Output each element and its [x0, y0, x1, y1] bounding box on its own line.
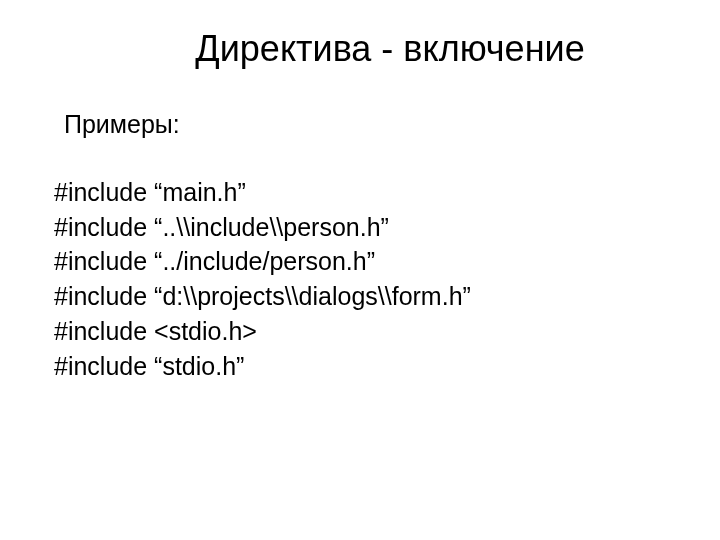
slide-content: Примеры: #include “main.h” #include “..\…	[54, 108, 666, 383]
code-line: #include “stdio.h”	[54, 350, 666, 384]
slide: Директива - включение Примеры: #include …	[0, 0, 720, 540]
code-line: #include “../include/person.h”	[54, 245, 666, 279]
slide-title: Директива - включение	[114, 28, 666, 70]
code-line: #include “..\\include\\person.h”	[54, 211, 666, 245]
code-line: #include “d:\\projects\\dialogs\\form.h”	[54, 280, 666, 314]
subheading: Примеры:	[54, 108, 666, 142]
code-line: #include <stdio.h>	[54, 315, 666, 349]
code-line: #include “main.h”	[54, 176, 666, 210]
